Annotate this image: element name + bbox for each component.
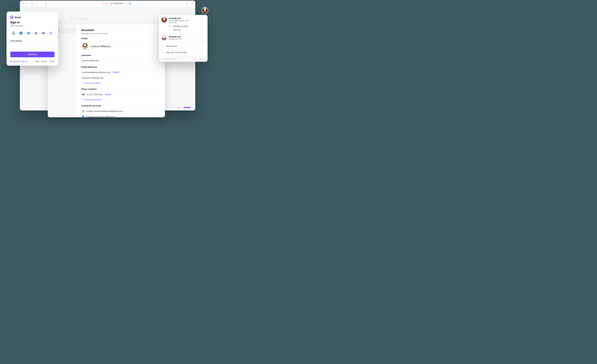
gear-icon: ⚙ bbox=[169, 25, 171, 27]
chevron-right-icon: › bbox=[158, 110, 159, 112]
flag-us-icon: 🇺🇸 bbox=[82, 93, 85, 96]
browser-toolbar: 🔒 acme.com 🔗 bbox=[20, 1, 195, 6]
provider-discord[interactable] bbox=[40, 30, 47, 36]
signin-title: Sign in bbox=[10, 21, 55, 24]
connected-row-google[interactable]: Google (cameronwilliamson@gmail.com) › bbox=[81, 108, 159, 114]
phone-value: +1 (217) 555-0113 bbox=[86, 93, 103, 96]
clerk-label: clerk bbox=[174, 58, 177, 60]
section-profile: Profile bbox=[81, 37, 159, 41]
account-switcher-popover: Amanda Lee amanda@example.com Acme Inc ⋮… bbox=[159, 15, 208, 62]
add-account-button[interactable]: + Add account bbox=[159, 43, 208, 49]
manage-account-button[interactable]: ⚙ Manage account bbox=[162, 24, 205, 27]
username-value: cameronwilliamson bbox=[82, 59, 99, 62]
current-user-avatar[interactable] bbox=[202, 7, 208, 14]
profile-row[interactable]: Cameron Williamson bbox=[81, 41, 159, 52]
back-icon[interactable] bbox=[35, 2, 38, 5]
page-title: Account bbox=[81, 28, 159, 32]
email-row[interactable]: cameron123@mail.com › bbox=[81, 75, 159, 80]
signin-card: Acme Sign in with Facebook Email address… bbox=[7, 11, 58, 66]
account-email: amanda@example.com bbox=[169, 19, 189, 22]
signout-all-label: Sign out of all accounts bbox=[166, 51, 187, 54]
switch-account-icon[interactable]: ⇄ bbox=[204, 41, 205, 43]
username-row[interactable]: cameronwilliamson bbox=[81, 58, 159, 63]
account-name: Amanda Lee bbox=[169, 35, 182, 38]
signout-all-icon: ⇤ bbox=[162, 51, 164, 54]
clerk-logo-icon: ◐ bbox=[171, 57, 173, 60]
add-phone-button[interactable]: + Add phone number bbox=[81, 97, 159, 102]
email-row-primary[interactable]: cameronwilliamson@acme.com Primary bbox=[81, 70, 159, 75]
continue-button[interactable]: CONTINUE bbox=[10, 52, 55, 57]
email-value: cameron123@mail.com bbox=[82, 77, 103, 79]
signup-link[interactable]: Sign up bbox=[21, 60, 28, 63]
plus-icon: + bbox=[82, 98, 83, 101]
plus-icon: + bbox=[82, 82, 83, 84]
connected-label: Facebook (Cameron Williamson) bbox=[86, 116, 115, 118]
terms-link[interactable]: Terms bbox=[49, 60, 55, 63]
signout-button[interactable]: ⇥ Sign out bbox=[162, 27, 205, 31]
section-phones: Phone numbers bbox=[81, 88, 159, 92]
social-providers bbox=[10, 30, 55, 36]
sidebar-toggle-icon[interactable] bbox=[31, 2, 33, 5]
account-menu-icon[interactable]: ⋮ bbox=[203, 17, 205, 19]
terms-link[interactable]: Terms bbox=[193, 58, 197, 60]
section-emails: Email addresses bbox=[81, 66, 159, 70]
signout-icon: ⇥ bbox=[169, 29, 171, 31]
privacy-link[interactable]: Privacy bbox=[41, 60, 47, 63]
brand-name: Acme bbox=[15, 16, 21, 18]
provider-tiktok[interactable] bbox=[33, 30, 39, 36]
help-link[interactable]: Help bbox=[35, 60, 39, 63]
signin-subtitle: with Facebook bbox=[10, 24, 55, 27]
profile-name: Cameron Williamson bbox=[91, 45, 111, 47]
carousel-pager[interactable] bbox=[173, 107, 191, 108]
facebook-icon bbox=[82, 115, 84, 117]
provider-facebook[interactable] bbox=[18, 30, 24, 36]
add-account-label: Add account bbox=[166, 45, 177, 47]
account-email: alee@work.com bbox=[169, 38, 182, 40]
add-email-button[interactable]: + Add email address bbox=[81, 80, 159, 85]
page-subtitle: Manage your account settings bbox=[81, 32, 159, 34]
signout-label: Sign out bbox=[173, 29, 181, 31]
phone-row-primary[interactable]: 🇺🇸 +1 (217) 555-0113 Primary › bbox=[81, 92, 159, 97]
provider-twitch[interactable] bbox=[47, 30, 54, 36]
lock-icon: 🔒 bbox=[111, 2, 113, 4]
account-org: Acme Inc bbox=[169, 22, 189, 24]
connected-label: Google (cameronwilliamson@gmail.com) bbox=[86, 110, 123, 112]
secured-by-label: Secured by bbox=[162, 58, 170, 60]
provider-twitter[interactable] bbox=[25, 30, 32, 36]
account-avatar bbox=[162, 17, 167, 22]
provider-google[interactable] bbox=[10, 30, 17, 36]
connected-row-facebook[interactable]: Facebook (Cameron Williamson) › bbox=[81, 114, 159, 117]
window-controls[interactable] bbox=[22, 3, 29, 4]
settings-content: Account Manage your account settings Pro… bbox=[76, 24, 165, 117]
manage-account-label: Manage account bbox=[173, 25, 188, 27]
downloads-icon[interactable] bbox=[186, 2, 189, 5]
brand-logo-icon bbox=[10, 16, 13, 19]
add-email-label: Add email address bbox=[84, 82, 101, 84]
email-value: cameronwilliamson@acme.com bbox=[82, 71, 110, 73]
switcher-footer: Secured by ◐ clerk Terms Privacy bbox=[159, 55, 208, 62]
privacy-link[interactable]: Privacy bbox=[199, 58, 205, 60]
signout-all-button[interactable]: ⇤ Sign out of all accounts bbox=[159, 49, 208, 55]
chevron-right-icon: › bbox=[158, 115, 159, 117]
primary-badge: Primary bbox=[112, 71, 119, 73]
section-username: Username bbox=[81, 54, 159, 58]
new-tab-icon[interactable] bbox=[191, 2, 193, 5]
chevron-right-icon: › bbox=[158, 77, 159, 79]
account-settings-panel: Account Security Account Manage your acc… bbox=[48, 24, 165, 117]
profile-avatar bbox=[82, 43, 88, 49]
address-bar[interactable]: 🔒 acme.com 🔗 bbox=[101, 1, 132, 5]
add-phone-label: Add phone number bbox=[84, 98, 102, 101]
email-input[interactable] bbox=[10, 43, 55, 49]
primary-badge: Primary bbox=[104, 93, 112, 96]
brand: Acme bbox=[10, 16, 55, 19]
url-host: acme.com bbox=[114, 2, 122, 5]
plus-icon: + bbox=[162, 45, 164, 47]
share-link-icon[interactable]: 🔗 bbox=[129, 2, 131, 5]
card-overflow-icon[interactable] bbox=[188, 78, 191, 79]
reload-icon[interactable] bbox=[45, 2, 47, 5]
globe-icon bbox=[69, 17, 72, 21]
forward-icon[interactable] bbox=[40, 2, 43, 5]
placeholder-header bbox=[69, 17, 88, 21]
email-label: Email address bbox=[10, 40, 55, 42]
google-icon bbox=[82, 110, 84, 112]
